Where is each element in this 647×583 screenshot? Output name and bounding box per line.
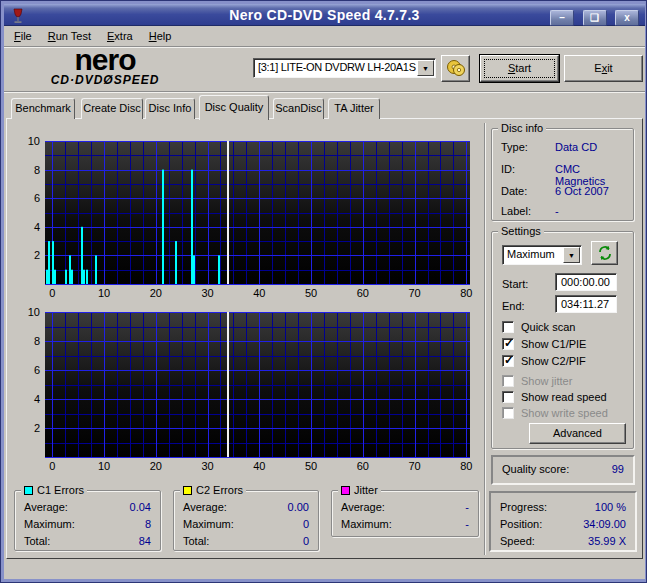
menu-extra[interactable]: Extra bbox=[99, 28, 141, 44]
checkbox-box[interactable]: ✓ bbox=[502, 375, 514, 387]
jitter-color-chip bbox=[341, 486, 350, 495]
tab-scandisc[interactable]: ScanDisc bbox=[273, 98, 324, 119]
drive-selector-value: [3:1] LITE-ON DVDRW LH-20A1S 9L05 bbox=[258, 61, 416, 73]
menu-file[interactable]: File bbox=[6, 28, 40, 44]
svg-text:30: 30 bbox=[201, 287, 213, 299]
checkbox-box[interactable]: ✓ bbox=[502, 391, 514, 403]
svg-text:10: 10 bbox=[98, 287, 110, 299]
quality-score-value: 99 bbox=[612, 463, 624, 475]
jitter-legend-title: Jitter bbox=[354, 484, 378, 496]
svg-text:80: 80 bbox=[460, 287, 472, 299]
start-field-label: Start: bbox=[502, 278, 528, 290]
checkbox-box[interactable]: ✓ bbox=[502, 407, 514, 419]
refresh-button[interactable] bbox=[591, 241, 618, 265]
c2-total-value: 0 bbox=[303, 535, 309, 547]
checkbox-box[interactable]: ✓ bbox=[502, 321, 514, 333]
checkbox-box[interactable]: ✓ bbox=[502, 355, 514, 367]
svg-text:0: 0 bbox=[49, 460, 55, 472]
quality-score-label: Quality score: bbox=[502, 463, 569, 475]
disc-label-value: - bbox=[555, 205, 559, 217]
c1-average-value: 0.04 bbox=[130, 501, 151, 513]
disc-label-label: Label: bbox=[501, 205, 531, 217]
speed-value: 35.99 X bbox=[588, 535, 626, 547]
progress-value: 100 % bbox=[595, 501, 626, 513]
svg-text:10: 10 bbox=[28, 135, 40, 147]
svg-text:40: 40 bbox=[253, 287, 265, 299]
position-value: 34:09.00 bbox=[583, 518, 626, 530]
tab-disc-info[interactable]: Disc Info bbox=[145, 98, 195, 119]
svg-text:6: 6 bbox=[34, 192, 40, 204]
c2-legend-title: C2 Errors bbox=[196, 484, 243, 496]
checkbox-box[interactable]: ✓ bbox=[502, 338, 514, 350]
c2-errors-legend: C2 Errors Average:0.00 Maximum:0 Total:0 bbox=[173, 490, 319, 551]
svg-text:70: 70 bbox=[408, 287, 420, 299]
svg-text:20: 20 bbox=[150, 287, 162, 299]
disc-type-value: Data CD bbox=[555, 141, 597, 153]
nero-logo: nero CD·DVDØSPEED bbox=[15, 47, 195, 87]
status-panel: Progress:100 % Position:34:09.00 Speed:3… bbox=[489, 491, 637, 552]
title-bar[interactable]: Nero CD-DVD Speed 4.7.7.3 – ❏ x bbox=[4, 4, 645, 26]
jitter-maximum-value: - bbox=[465, 518, 469, 530]
svg-text:8: 8 bbox=[34, 164, 40, 176]
svg-text:2: 2 bbox=[34, 249, 40, 261]
jitter-average-value: - bbox=[465, 501, 469, 513]
disc-change-button[interactable] bbox=[441, 55, 470, 82]
speed-select[interactable]: Maximum ▼ bbox=[502, 245, 582, 265]
c2-pif-error-chart: 01020304050607080246810 bbox=[9, 302, 481, 474]
svg-text:6: 6 bbox=[34, 364, 40, 376]
svg-text:0: 0 bbox=[49, 287, 55, 299]
cd-dvd-speed-logo-text: CD·DVDØSPEED bbox=[15, 73, 195, 87]
exit-button[interactable]: Exit bbox=[564, 55, 643, 82]
c1-total-value: 84 bbox=[139, 535, 151, 547]
c2-average-value: 0.00 bbox=[288, 501, 309, 513]
svg-text:60: 60 bbox=[357, 460, 369, 472]
end-field[interactable]: 034:11.27 bbox=[555, 295, 617, 313]
chevron-down-icon[interactable]: ▼ bbox=[563, 247, 580, 263]
svg-text:30: 30 bbox=[201, 460, 213, 472]
menu-run-test[interactable]: Run Test bbox=[40, 28, 99, 44]
tab-benchmark[interactable]: Benchmark bbox=[11, 98, 75, 119]
window-controls: – ❏ x bbox=[546, 7, 639, 26]
start-button[interactable]: Start bbox=[480, 55, 559, 82]
svg-text:8: 8 bbox=[34, 335, 40, 347]
speed-label: Speed: bbox=[500, 535, 535, 547]
svg-text:70: 70 bbox=[408, 460, 420, 472]
svg-text:2: 2 bbox=[34, 422, 40, 434]
gold-discs-icon bbox=[446, 59, 466, 77]
start-field[interactable]: 000:00.00 bbox=[555, 273, 617, 291]
svg-text:4: 4 bbox=[34, 221, 40, 233]
svg-text:10: 10 bbox=[98, 460, 110, 472]
disc-date-value: 6 Oct 2007 bbox=[555, 185, 609, 197]
toolbar-divider bbox=[4, 91, 645, 92]
tab-ta-jitter[interactable]: TA Jitter bbox=[328, 98, 380, 119]
minimize-button[interactable]: – bbox=[550, 10, 574, 26]
svg-text:20: 20 bbox=[150, 460, 162, 472]
app-window: Nero CD-DVD Speed 4.7.7.3 – ❏ x File Run… bbox=[0, 0, 647, 583]
speed-select-value: Maximum bbox=[507, 248, 555, 260]
menu-help[interactable]: Help bbox=[141, 28, 180, 44]
chevron-down-icon[interactable]: ▼ bbox=[417, 60, 434, 76]
disc-date-label: Date: bbox=[501, 185, 527, 197]
tab-disc-quality[interactable]: Disc Quality bbox=[199, 95, 269, 120]
tab-create-disc[interactable]: Create Disc bbox=[81, 98, 143, 119]
maximize-button[interactable]: ❏ bbox=[583, 10, 607, 26]
progress-label: Progress: bbox=[500, 501, 547, 513]
position-label: Position: bbox=[500, 518, 542, 530]
disc-id-value: CMC Magnetics bbox=[555, 163, 624, 187]
drive-selector[interactable]: [3:1] LITE-ON DVDRW LH-20A1S 9L05 ▼ bbox=[253, 58, 436, 78]
disc-info-title: Disc info bbox=[498, 122, 546, 134]
c2-color-chip bbox=[183, 486, 192, 495]
end-field-label: End: bbox=[502, 300, 525, 312]
svg-text:50: 50 bbox=[305, 460, 317, 472]
c1-errors-legend: C1 Errors Average:0.04 Maximum:8 Total:8… bbox=[14, 490, 161, 551]
c1-color-chip bbox=[24, 486, 33, 495]
svg-text:40: 40 bbox=[253, 460, 265, 472]
c1-maximum-value: 8 bbox=[145, 518, 151, 530]
panel-divider bbox=[484, 123, 485, 555]
svg-text:80: 80 bbox=[460, 460, 472, 472]
disc-type-label: Type: bbox=[501, 141, 528, 153]
advanced-button[interactable]: Advanced bbox=[529, 423, 626, 444]
c2-maximum-value: 0 bbox=[303, 518, 309, 530]
settings-group: Settings Maximum ▼ Start: 000:00.00 End:… bbox=[491, 231, 634, 449]
close-button[interactable]: x bbox=[615, 10, 639, 26]
